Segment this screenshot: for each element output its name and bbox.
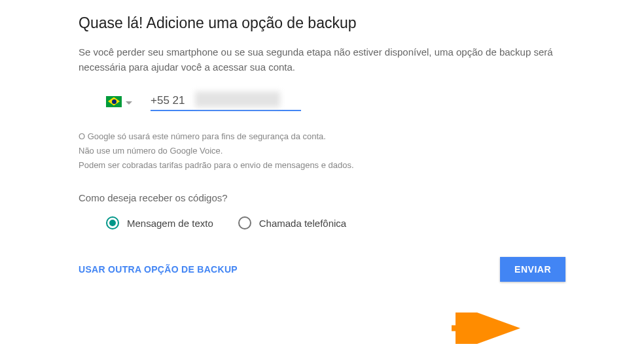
radio-unselected-icon bbox=[238, 216, 251, 229]
radio-phone-call[interactable]: Chamada telefônica bbox=[238, 216, 346, 229]
backup-setup-panel: Quase lá! Adicione uma opção de backup S… bbox=[0, 0, 644, 297]
page-description: Se você perder seu smartphone ou se sua … bbox=[79, 45, 565, 75]
send-button[interactable]: ENVIAR bbox=[500, 257, 565, 282]
phone-input-row: +55 21 bbox=[79, 92, 565, 111]
disclaimer-line: O Google só usará este número para fins … bbox=[79, 129, 565, 144]
flag-brazil-icon bbox=[106, 96, 122, 107]
country-selector[interactable] bbox=[106, 95, 132, 107]
use-other-backup-link[interactable]: USAR OUTRA OPÇÃO DE BACKUP bbox=[79, 264, 238, 275]
radio-group: Mensagem de texto Chamada telefônica bbox=[79, 216, 565, 229]
phone-input[interactable]: +55 21 bbox=[151, 92, 301, 111]
annotation-arrow-icon bbox=[448, 313, 520, 344]
blurred-area bbox=[195, 92, 280, 107]
radio-text-message[interactable]: Mensagem de texto bbox=[106, 216, 213, 229]
disclaimer-block: O Google só usará este número para fins … bbox=[79, 129, 565, 173]
page-title: Quase lá! Adicione uma opção de backup bbox=[79, 14, 565, 32]
disclaimer-line: Não use um número do Google Voice. bbox=[79, 144, 565, 158]
code-method-question: Como deseja receber os códigos? bbox=[79, 192, 565, 203]
phone-value: +55 21 bbox=[151, 94, 185, 107]
radio-selected-icon bbox=[106, 216, 119, 229]
dropdown-arrow-icon bbox=[126, 95, 132, 107]
radio-label: Mensagem de texto bbox=[127, 218, 213, 229]
radio-label: Chamada telefônica bbox=[259, 218, 346, 229]
bottom-actions: USAR OUTRA OPÇÃO DE BACKUP ENVIAR bbox=[79, 257, 565, 282]
disclaimer-line: Podem ser cobradas tarifas padrão para o… bbox=[79, 158, 565, 173]
